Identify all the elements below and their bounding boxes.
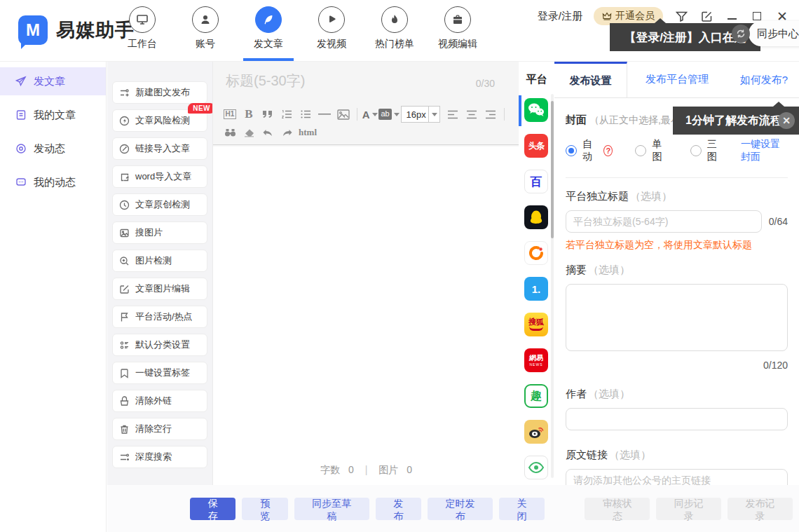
nav-item-publish-video[interactable]: 发视频: [310, 6, 353, 50]
platform-icon-weibo[interactable]: [524, 420, 548, 444]
tab-platform-management[interactable]: 发布平台管理: [627, 62, 727, 97]
sync-log-button[interactable]: 同步记录: [656, 498, 721, 520]
tool-word-import[interactable]: word导入文章: [112, 165, 207, 188]
tool-image-edit[interactable]: 文章图片编辑: [112, 278, 207, 300]
user-icon: [192, 6, 219, 33]
cover-options: 自动 ? 单图 三图 一键设置封面: [566, 138, 788, 163]
tool-risk-check[interactable]: 文章风险检测 NEW: [112, 109, 207, 132]
tool-set-tags[interactable]: 一键设置标签: [112, 362, 207, 384]
platform-icon-qq[interactable]: [524, 205, 548, 229]
sidebar-item-publish-moment[interactable]: 发动态: [0, 135, 106, 163]
platform-icon-wechat[interactable]: [524, 98, 548, 122]
find-replace-button[interactable]: [223, 125, 237, 140]
tool-platform-activity[interactable]: 平台活动/热点: [112, 306, 207, 328]
independent-title-input[interactable]: [566, 210, 762, 233]
flag-icon: [119, 312, 130, 322]
save-button[interactable]: 保存: [190, 498, 235, 520]
active-platform-indicator: [519, 95, 521, 126]
panel-tabs: 发布设置 发布平台管理 如何发布?: [554, 62, 799, 98]
font-size-select[interactable]: 16px: [401, 106, 440, 123]
new-badge: NEW: [188, 103, 215, 114]
panel-body: 封面（从正文中选择,最小尺寸400 自动 ? 单图 三图 一键设置封面 平台独立…: [554, 114, 799, 485]
platform-icon-wangyi[interactable]: 網易 NEWS: [524, 348, 548, 372]
tool-deep-search[interactable]: 深度搜索: [112, 446, 207, 468]
audit-status-button[interactable]: 审核状态: [585, 498, 650, 520]
tooltip-close-icon[interactable]: ✕: [778, 112, 795, 129]
align-left-button[interactable]: [446, 107, 460, 122]
publish-button[interactable]: 发布: [376, 498, 421, 520]
undo-button[interactable]: [261, 125, 275, 140]
source-link-input[interactable]: [566, 469, 788, 485]
platform-icon-green-eye[interactable]: [524, 456, 548, 479]
horizontal-rule-button[interactable]: [317, 107, 332, 122]
radio-three-images[interactable]: [690, 145, 702, 156]
platform-icon-yidianzixun[interactable]: 1.: [524, 277, 548, 301]
funnel-icon[interactable]: [674, 9, 688, 23]
nav-item-workbench[interactable]: 工作台: [121, 6, 164, 50]
unordered-list-button[interactable]: [299, 107, 313, 122]
ordered-list-button[interactable]: [280, 107, 294, 122]
clear-link-icon: [119, 396, 130, 407]
platform-icon-sohu[interactable]: 搜狐: [524, 313, 548, 336]
nav-item-publish-article[interactable]: 发文章: [247, 6, 290, 50]
sync-icon[interactable]: [732, 25, 750, 43]
tool-default-category[interactable]: 默认分类设置: [112, 334, 207, 356]
html-source-button[interactable]: html: [299, 125, 317, 140]
sidebar-item-my-moments[interactable]: 我的动态: [0, 168, 106, 196]
radio-single-image[interactable]: [635, 145, 646, 156]
summary-label: 摘要（选填）: [566, 264, 788, 277]
feedback-edit-icon[interactable]: [699, 9, 713, 23]
editor-content-area[interactable]: 字数0 | 图片0: [213, 146, 519, 485]
align-right-button[interactable]: [484, 107, 498, 122]
heading-button[interactable]: H1: [223, 107, 237, 122]
clear-format-button[interactable]: [242, 125, 256, 140]
tab-publish-settings[interactable]: 发布设置: [554, 62, 627, 97]
minimize-button[interactable]: [725, 9, 739, 23]
background-color-button[interactable]: ab: [382, 107, 397, 122]
sync-center-button[interactable]: 同步中心: [749, 21, 799, 46]
tool-link-import[interactable]: 链接导入文章: [112, 137, 207, 160]
nav-item-video-edit[interactable]: 视频编辑: [436, 6, 479, 50]
article-title-input[interactable]: [226, 73, 470, 89]
close-editor-button[interactable]: 关闭: [499, 498, 545, 520]
schedule-publish-button[interactable]: 定时发布: [428, 498, 493, 520]
author-input[interactable]: [566, 408, 788, 430]
font-color-button[interactable]: A: [363, 107, 377, 122]
summary-counter: 0/120: [566, 360, 788, 371]
blockquote-button[interactable]: [261, 107, 275, 122]
tool-clear-empty-lines[interactable]: 清除空行: [112, 418, 207, 440]
login-register-link[interactable]: 登录/注册: [538, 10, 582, 23]
tool-clear-external-links[interactable]: 清除外链: [112, 390, 207, 412]
tool-new-article[interactable]: 新建图文发布: [112, 81, 207, 104]
toolbox-icon: [444, 6, 471, 33]
nav-item-accounts[interactable]: 账号: [184, 6, 227, 50]
sohu-fox-swoosh: [529, 327, 543, 331]
platform-icon-baijiahao[interactable]: 百: [524, 170, 548, 193]
quick-cover-link[interactable]: 一键设置封面: [741, 138, 788, 163]
tool-original-check[interactable]: 文章原创检测: [112, 193, 207, 216]
preview-button[interactable]: 预览: [242, 498, 287, 520]
publish-log-button[interactable]: 发布记录: [728, 498, 793, 520]
platform-icon-dayuhao[interactable]: [524, 241, 548, 265]
author-label: 作者（选填）: [566, 388, 788, 401]
summary-textarea[interactable]: [566, 284, 788, 351]
platform-icon-toutiao[interactable]: 头条: [524, 134, 548, 158]
sidebar-item-my-articles[interactable]: 我的文章: [0, 101, 106, 129]
word-import-icon: [119, 172, 130, 182]
tool-image-search[interactable]: 搜图片: [112, 221, 207, 244]
insert-image-button[interactable]: [336, 107, 350, 122]
how-to-publish-link[interactable]: 如何发布?: [740, 62, 788, 98]
independent-title-warning: 若平台独立标题为空，将使用文章默认标题: [566, 239, 788, 252]
platform-scrollbar-thumb[interactable]: [551, 101, 554, 238]
tool-image-check[interactable]: 图片检测: [112, 250, 207, 272]
platform-icon-qutoutiao[interactable]: 趣: [524, 384, 548, 408]
bold-button[interactable]: B: [242, 107, 256, 122]
title-counter: 0/30: [476, 78, 495, 89]
sync-to-draft-button[interactable]: 同步至草稿: [294, 498, 369, 520]
sidebar-item-publish-article[interactable]: 发文章: [0, 67, 106, 95]
nav-item-hot-list[interactable]: 热门榜单: [373, 6, 416, 50]
radio-auto[interactable]: [566, 145, 577, 156]
align-center-button[interactable]: [465, 107, 479, 122]
question-help-icon[interactable]: ?: [603, 145, 613, 156]
redo-button[interactable]: [280, 125, 294, 140]
